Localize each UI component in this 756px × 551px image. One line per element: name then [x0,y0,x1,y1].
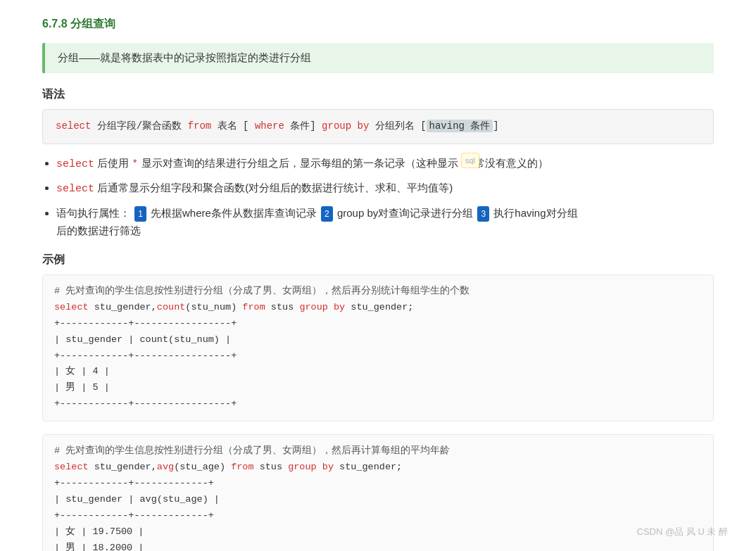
bullet2-select: select [56,183,94,195]
example-1-sql: select stu_gender,count(stu_num) from st… [54,300,702,316]
syntax-text-1: 分组字段/聚合函数 [97,120,188,132]
bullet3-label: 语句执行属性： [56,207,130,219]
example-1-table-header: | stu_gender | count(stu_num) | [54,332,702,348]
example-2-table-sep1: +------------+-------------+ [54,476,702,492]
example-2-row-1: | 女 | 19.7500 | [54,524,702,540]
bullet2-text: 后通常显示分组字段和聚合函数(对分组后的数据进行统计、求和、平均值等) [97,182,453,194]
footer: CSDN @品 风 U 未 醉 [637,526,728,538]
syntax-text-5: ] [493,120,498,132]
bullet-1: select 后使用 * 显示对查询的结果进行分组之后，显示每组的第一条记录（这… [56,154,714,174]
syntax-from: from [188,120,212,132]
highlight-box: 分组——就是将数据表中的记录按照指定的类进行分组 [42,43,714,73]
bullet1-tooltip: sql [461,153,479,169]
bullet1-text-1: 后使用 [97,157,132,169]
syntax-select: select [56,120,91,132]
badge-2: 2 [321,206,333,222]
bullet-2: select 后通常显示分组字段和聚合函数(对分组后的数据进行统计、求和、平均值… [56,179,714,198]
example-1-row-1: | 女 | 4 | [54,364,702,380]
example-2-table-sep2: +------------+-------------+ [54,508,702,524]
syntax-box: select 分组字段/聚合函数 from 表名 [ where 条件] gro… [42,109,714,144]
syntax-text-2: 表名 [ [218,120,249,132]
example-2-sql: select stu_gender,avg(stu_age) from stus… [54,460,702,476]
syntax-label: 语法 [42,87,714,102]
bullet1-star: * [132,158,138,170]
bullet-3: 语句执行属性： 1 先根据where条件从数据库查询记录 2 group by对… [56,204,714,240]
syntax-text-3: 条件] [290,120,322,132]
example-1-table-sep1: +------------+-----------------+ [54,316,702,332]
examples-label: 示例 [42,253,714,267]
bullet3-text-1: 先根据where条件从数据库查询记录 [151,207,320,219]
bullet3-text-2: group by对查询记录进行分组 [337,207,477,219]
badge-3: 3 [477,206,489,222]
bullet3-text-4: 后的数据进行筛选 [56,224,141,236]
example-1: # 先对查询的学生信息按性别进行分组（分成了男、女两组），然后再分别统计每组学生… [42,274,714,422]
example-1-row-2: | 男 | 5 | [54,380,702,396]
syntax-where: where [255,120,284,132]
example-1-table-sep2: +------------+-----------------+ [54,348,702,365]
example-2-table-header: | stu_gender | avg(stu_age) | [54,492,702,508]
section-title: 6.7.8 分组查询 [42,17,714,32]
bullet3-text-3: 执行having对分组 [493,207,577,219]
example-2-row-2: | 男 | 18.2000 | [54,540,702,551]
example-1-table-sep3: +------------+-----------------+ [54,396,702,412]
badge-1: 1 [134,206,146,222]
bullet-list: select 后使用 * 显示对查询的结果进行分组之后，显示每组的第一条记录（这… [56,154,714,240]
syntax-having: having 条件 [427,120,493,132]
syntax-section: 语法 select 分组字段/聚合函数 from 表名 [ where 条件] … [42,87,714,240]
syntax-text-4: 分组列名 [ [375,120,427,132]
bullet1-text-2: 显示对查询的结果进行分组之后，显示每组的第一条记录（这种显示 [141,157,458,169]
examples-section: 示例 # 先对查询的学生信息按性别进行分组（分成了男、女两组），然后再分别统计每… [42,253,714,551]
example-2: # 先对查询的学生信息按性别进行分组（分成了男、女两组），然后再计算每组的平均年… [42,434,714,551]
example-2-comment: # 先对查询的学生信息按性别进行分组（分成了男、女两组），然后再计算每组的平均年… [54,443,702,460]
bullet1-select: select [56,158,94,170]
syntax-group: group by [322,120,369,132]
example-1-comment: # 先对查询的学生信息按性别进行分组（分成了男、女两组），然后再分别统计每组学生… [54,284,702,300]
